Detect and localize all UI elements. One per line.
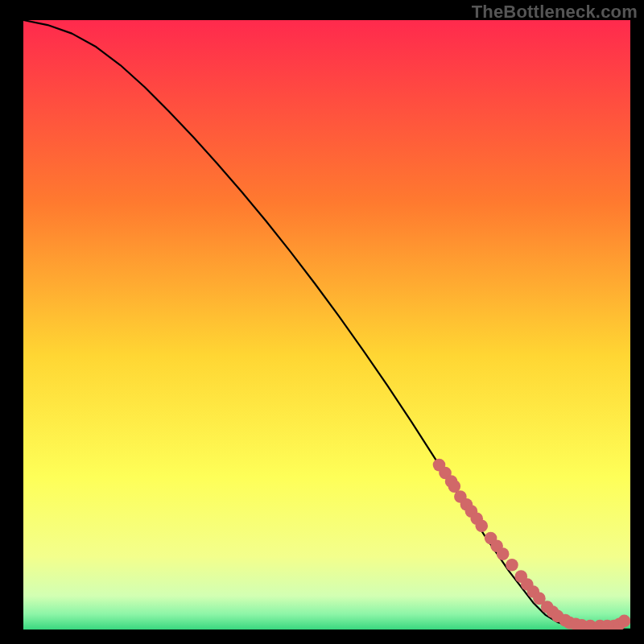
chart-dot (497, 547, 510, 560)
chart-dot (506, 559, 518, 572)
chart-plot-area (23, 20, 630, 630)
chart-dot (618, 615, 630, 628)
chart-dot (475, 520, 488, 533)
chart-background-gradient (23, 20, 630, 630)
chart-svg (23, 20, 630, 630)
